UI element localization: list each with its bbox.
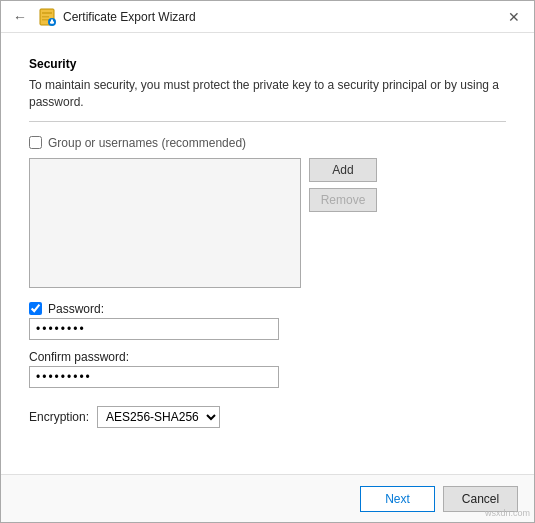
section-title: Security	[29, 57, 506, 71]
password-label: Password:	[48, 302, 104, 316]
remove-button[interactable]: Remove	[309, 188, 377, 212]
watermark: wsxdn.com	[485, 508, 530, 518]
encryption-select[interactable]: AES256-SHA256 TripleDES-SHA1	[97, 406, 220, 428]
confirm-password-input[interactable]	[29, 366, 279, 388]
back-button[interactable]: ←	[9, 7, 31, 27]
title-bar-left: ← Certificate Export Wizard	[9, 7, 196, 27]
confirm-password-label: Confirm password:	[29, 350, 506, 364]
password-section: Password: Confirm password: Encryption: …	[29, 302, 506, 428]
svg-rect-1	[42, 12, 52, 14]
wizard-icon	[37, 7, 57, 27]
group-checkbox-label: Group or usernames (recommended)	[48, 136, 246, 150]
section-description: To maintain security, you must protect t…	[29, 77, 506, 111]
group-checkbox[interactable]	[29, 136, 42, 149]
users-list-box[interactable]	[29, 158, 301, 288]
close-button[interactable]: ✕	[502, 7, 526, 27]
content-area: Security To maintain security, you must …	[1, 33, 534, 474]
password-input[interactable]	[29, 318, 279, 340]
wizard-window: ← Certificate Export Wizard ✕ Security T…	[0, 0, 535, 523]
next-button[interactable]: Next	[360, 486, 435, 512]
add-button[interactable]: Add	[309, 158, 377, 182]
svg-rect-6	[50, 21, 54, 23]
window-title: Certificate Export Wizard	[63, 10, 196, 24]
group-checkbox-row: Group or usernames (recommended)	[29, 136, 506, 150]
list-area: Add Remove	[29, 158, 506, 302]
side-buttons: Add Remove	[309, 158, 377, 212]
confirm-password-field-row: Confirm password:	[29, 350, 506, 388]
password-label-row: Password:	[29, 302, 506, 316]
title-bar: ← Certificate Export Wizard ✕	[1, 1, 534, 33]
svg-rect-2	[42, 16, 49, 18]
password-checkbox[interactable]	[29, 302, 42, 315]
password-field-row: Password:	[29, 302, 506, 340]
footer: Next Cancel	[1, 474, 534, 522]
encryption-label: Encryption:	[29, 410, 89, 424]
divider	[29, 121, 506, 122]
encryption-row: Encryption: AES256-SHA256 TripleDES-SHA1	[29, 406, 506, 428]
